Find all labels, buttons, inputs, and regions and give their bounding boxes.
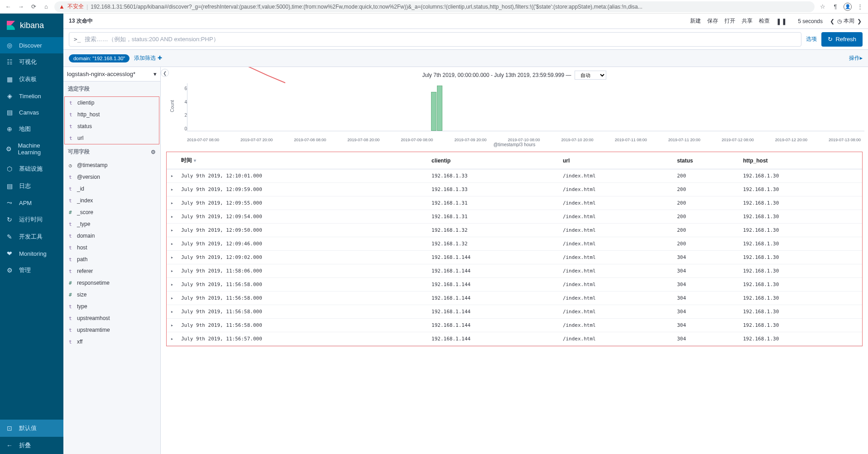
- expand-row[interactable]: ▸: [167, 278, 177, 292]
- menu-打开[interactable]: 打开: [724, 17, 735, 25]
- time-next-icon[interactable]: ❯: [856, 18, 863, 24]
- star-icon[interactable]: ☆: [818, 3, 827, 10]
- field-upstreamtime[interactable]: tupstreamtime: [64, 324, 159, 336]
- profile-icon[interactable]: 👤: [844, 3, 852, 11]
- sidebar-item-7[interactable]: ⬡基础设施: [0, 160, 63, 177]
- sidebar-item-2[interactable]: ▦仪表板: [0, 71, 63, 88]
- sidebar-item-default[interactable]: ⊡ 默认值: [0, 420, 63, 437]
- field-type[interactable]: ttype: [64, 301, 159, 312]
- logo[interactable]: kibana: [0, 14, 63, 37]
- index-pattern-select[interactable]: logstash-nginx-accesslog* ▾: [63, 67, 160, 81]
- back-icon[interactable]: ←: [4, 3, 13, 10]
- field-_index[interactable]: t_index: [64, 195, 159, 206]
- field-clientip[interactable]: tclientip: [65, 97, 159, 109]
- time-prev-icon[interactable]: ❮: [829, 18, 835, 24]
- field-_id[interactable]: t_id: [64, 183, 159, 195]
- field-size[interactable]: #size: [64, 289, 159, 301]
- chart-bar[interactable]: [431, 92, 436, 131]
- field-http_host[interactable]: thttp_host: [65, 109, 159, 120]
- filter-operations[interactable]: 操作▸: [849, 54, 863, 62]
- col-时间[interactable]: 时间▾: [177, 152, 428, 169]
- cell: /index.html: [559, 237, 673, 251]
- sidebar-item-13[interactable]: ⚙管理: [0, 262, 63, 279]
- filter-pill[interactable]: domain: "192.168.1.30": [69, 54, 129, 62]
- sidebar-item-6[interactable]: ⚙Machine Learning: [0, 138, 63, 160]
- sidebar-item-4[interactable]: ▤Canvas: [0, 104, 63, 120]
- sidebar-item-1[interactable]: ☷可视化: [0, 53, 63, 71]
- time-range-label[interactable]: 本周: [844, 17, 854, 25]
- expand-row[interactable]: ▸: [167, 210, 177, 224]
- collapse-panel-button[interactable]: ❮: [161, 69, 169, 77]
- gear-icon[interactable]: ⚙: [151, 149, 156, 155]
- sidebar-item-collapse[interactable]: ← 折叠: [0, 437, 63, 454]
- sidebar-item-12[interactable]: ❤Monitoring: [0, 245, 63, 262]
- menu-检查[interactable]: 检查: [759, 17, 770, 25]
- refresh-interval[interactable]: 5 seconds: [798, 18, 823, 24]
- field-domain[interactable]: tdomain: [64, 230, 159, 242]
- expand-row[interactable]: ▸: [167, 224, 177, 237]
- home-icon[interactable]: ⌂: [42, 3, 51, 10]
- field-host[interactable]: thost: [64, 242, 159, 253]
- expand-row[interactable]: ▸: [167, 319, 177, 332]
- cell: 304: [673, 292, 739, 305]
- sidebar-item-3[interactable]: ◈Timelion: [0, 88, 63, 104]
- field-status[interactable]: tstatus: [65, 120, 159, 132]
- interval-select[interactable]: 自动: [575, 71, 606, 80]
- sidebar-item-5[interactable]: ⊕地图: [0, 120, 63, 138]
- cell: 304: [673, 278, 739, 292]
- xtick: 2019-07-12 20:00: [775, 138, 807, 142]
- expand-row[interactable]: ▸: [167, 251, 177, 264]
- field-path[interactable]: tpath: [64, 253, 159, 265]
- col-url[interactable]: url: [559, 152, 673, 169]
- pause-icon[interactable]: ❚❚: [776, 18, 787, 25]
- add-filter[interactable]: 添加筛选 ✚: [134, 54, 162, 62]
- cell: 192.168.1.32: [428, 224, 559, 237]
- expand-row[interactable]: ▸: [167, 264, 177, 278]
- refresh-icon: ↻: [828, 36, 833, 43]
- nav-label: Monitoring: [19, 250, 47, 257]
- sidebar-item-11[interactable]: ✎开发工具: [0, 228, 63, 245]
- field-@version[interactable]: t@version: [64, 171, 159, 183]
- sidebar-item-9[interactable]: ⤳APM: [0, 195, 63, 211]
- field-xff[interactable]: txff: [64, 336, 159, 348]
- field-upstreamhost[interactable]: tupstreamhost: [64, 312, 159, 324]
- time-range-header: July 7th 2019, 00:00:00.000 - July 13th …: [164, 67, 864, 83]
- forward-icon[interactable]: →: [16, 3, 25, 10]
- field-_type[interactable]: t_type: [64, 218, 159, 230]
- more-icon[interactable]: ⋮: [855, 3, 864, 10]
- field-@timestamp[interactable]: ◷@timestamp: [64, 159, 159, 171]
- menu-共享[interactable]: 共享: [742, 17, 753, 25]
- expand-row[interactable]: ▸: [167, 183, 177, 196]
- expand-row[interactable]: ▸: [167, 169, 177, 183]
- url-bar[interactable]: ▲ 不安全 | 192.168.1.31:5601/app/kibana#/di…: [54, 1, 815, 12]
- menu-保存[interactable]: 保存: [707, 17, 718, 25]
- expand-row[interactable]: ▸: [167, 292, 177, 305]
- sidebar-item-0[interactable]: ◎Discover: [0, 37, 63, 53]
- expand-row[interactable]: ▸: [167, 332, 177, 346]
- cell: 200: [673, 224, 739, 237]
- col-clientip[interactable]: clientip: [428, 152, 559, 169]
- cell: /index.html: [559, 319, 673, 332]
- expand-row[interactable]: ▸: [167, 237, 177, 251]
- col-status[interactable]: status: [673, 152, 739, 169]
- field-responsetime[interactable]: #responsetime: [64, 277, 159, 289]
- refresh-button[interactable]: ↻ Refresh: [821, 32, 863, 47]
- menu-新建[interactable]: 新建: [690, 17, 701, 25]
- sidebar-item-8[interactable]: ▤日志: [0, 177, 63, 195]
- reload-icon[interactable]: ⟳: [29, 3, 38, 10]
- expand-row[interactable]: ▸: [167, 305, 177, 319]
- histogram-chart[interactable]: Count 6420 2019-07-07 08:002019-07-07 20…: [164, 83, 864, 142]
- field-_score[interactable]: #_score: [64, 206, 159, 218]
- expand-row[interactable]: ▸: [167, 196, 177, 210]
- col-http_host[interactable]: http_host: [739, 152, 862, 169]
- cell: /index.html: [559, 332, 673, 346]
- sidebar-item-10[interactable]: ↻运行时间: [0, 211, 63, 228]
- field-referer[interactable]: treferer: [64, 265, 159, 277]
- pilcrow-icon[interactable]: ¶: [831, 3, 840, 10]
- query-options[interactable]: 选项: [806, 35, 817, 43]
- field-url[interactable]: turl: [65, 132, 159, 144]
- cell: /index.html: [559, 278, 673, 292]
- query-input[interactable]: >_ 搜索……（例如，status:200 AND extension:PHP）: [69, 32, 801, 47]
- field-type-icon: t: [69, 112, 74, 118]
- chart-bar[interactable]: [437, 86, 442, 131]
